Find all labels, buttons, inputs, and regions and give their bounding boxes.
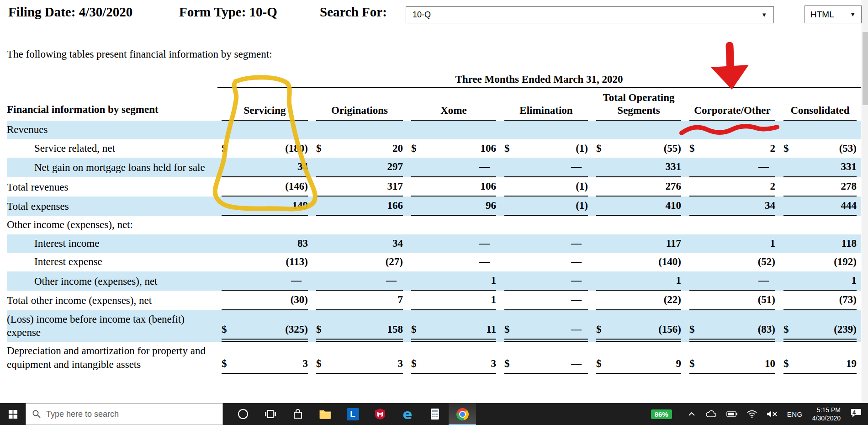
tray-volume[interactable] xyxy=(767,410,778,418)
value-cell xyxy=(312,121,407,139)
table-row: Total expenses14916696(1)41034444 xyxy=(7,197,861,216)
dollar-sign: $ xyxy=(689,323,695,336)
dollar-sign: $ xyxy=(689,357,695,370)
cell-value: (1) xyxy=(576,142,588,155)
column-header-originations: Originations xyxy=(312,88,407,121)
taskbar-app-calculator[interactable] xyxy=(421,403,449,425)
value-cell: $19 xyxy=(779,342,861,374)
cell-value: (52) xyxy=(758,255,775,268)
dollar-sign: $ xyxy=(411,323,417,336)
vertical-scrollbar[interactable] xyxy=(862,0,868,403)
cell-value: 149 xyxy=(292,199,308,212)
row-label: Interest expense xyxy=(7,253,217,271)
cell-value: (27) xyxy=(386,255,403,268)
dollar-sign: $ xyxy=(316,357,322,370)
dollar-sign: $ xyxy=(316,323,322,336)
cell-value: (51) xyxy=(758,293,775,306)
taskbar-app-task-view[interactable] xyxy=(257,403,284,425)
value-cell: (27) xyxy=(312,253,407,271)
cell-value: 1 xyxy=(491,274,497,287)
value-cell: $3 xyxy=(217,342,312,374)
taskbar-search-placeholder: Type here to search xyxy=(46,409,119,419)
value-cell: $11 xyxy=(407,310,500,342)
value-cell: 1 xyxy=(779,271,861,291)
dollar-sign: $ xyxy=(596,323,602,336)
row-label: Total revenues xyxy=(7,177,217,197)
cell-value: (180) xyxy=(285,142,308,155)
search-for-dropdown[interactable]: 10-Q ▼ xyxy=(406,6,774,23)
value-cell: $(180) xyxy=(217,139,312,158)
taskbar-app-file-explorer[interactable] xyxy=(312,403,339,425)
value-cell: — xyxy=(500,291,592,310)
value-cell xyxy=(407,121,500,139)
row-label: Other income (expenses), net: xyxy=(7,216,217,234)
edge-icon: e xyxy=(402,407,412,421)
cell-value: 34 xyxy=(765,199,775,212)
calculator-icon xyxy=(430,408,440,420)
cell-value: 3 xyxy=(491,357,497,370)
value-cell: $3 xyxy=(407,342,500,374)
value-cell: — xyxy=(500,271,592,291)
taskbar-search-box[interactable]: Type here to search xyxy=(26,403,223,425)
value-cell: $(156) xyxy=(592,310,685,342)
value-cell: — xyxy=(407,158,500,177)
cell-value: (22) xyxy=(664,293,681,306)
value-cell xyxy=(592,216,685,234)
dollar-sign: $ xyxy=(504,323,510,336)
filing-date-label: Filing Date: xyxy=(8,5,75,19)
tray-onedrive[interactable] xyxy=(705,410,717,418)
battery-percent-badge[interactable]: 86% xyxy=(651,409,672,419)
tray-chevron-up[interactable] xyxy=(688,412,695,416)
taskbar-app-linkedin[interactable]: L xyxy=(339,403,366,425)
start-button[interactable] xyxy=(0,403,26,425)
cell-value: (113) xyxy=(286,255,308,268)
value-cell: 317 xyxy=(312,177,407,197)
cell-value: 96 xyxy=(486,199,496,212)
format-dropdown[interactable]: HTML ▼ xyxy=(804,5,862,23)
search-dropdown-value: 10-Q xyxy=(413,10,431,20)
form-type-value: 10-Q xyxy=(249,5,277,19)
value-cell: $106 xyxy=(407,139,500,158)
spacer-cell xyxy=(7,72,217,88)
segment-financials-table: Three Months Ended March 31, 2020Financi… xyxy=(7,72,861,374)
tray-battery[interactable] xyxy=(726,411,737,417)
taskbar-app-cortana[interactable] xyxy=(229,403,257,425)
taskbar-app-edge[interactable]: e xyxy=(394,403,421,425)
table-row: Net gain on mortgage loans held for sale… xyxy=(7,158,861,177)
cell-value: 278 xyxy=(841,180,857,193)
value-cell: 166 xyxy=(312,197,407,216)
cell-value: (325) xyxy=(285,323,308,336)
cell-value: 9 xyxy=(676,357,682,370)
cell-value: 2 xyxy=(770,180,776,193)
row-label: Service related, net xyxy=(7,139,217,158)
filing-date: Filing Date: 4/30/2020 xyxy=(8,5,132,20)
value-cell: 1 xyxy=(592,271,685,291)
taskbar-app-store[interactable] xyxy=(284,403,312,425)
value-cell xyxy=(779,216,861,234)
chrome-icon xyxy=(456,408,469,420)
value-cell xyxy=(779,121,861,139)
language-indicator[interactable]: ENG xyxy=(787,410,803,418)
taskbar-app-chrome[interactable] xyxy=(449,403,476,425)
cell-value: (140) xyxy=(658,255,681,268)
search-for-label: Search For: xyxy=(320,5,387,20)
row-label: (Loss) income before income tax (benefit… xyxy=(7,310,217,342)
section-row: Other income (expenses), net: xyxy=(7,216,861,234)
cell-value: 166 xyxy=(387,199,403,212)
cell-value: 117 xyxy=(666,237,681,250)
action-center-button[interactable]: 4 xyxy=(850,408,863,420)
taskbar-clock[interactable]: 5:15 PM 4/30/2020 xyxy=(812,406,841,422)
taskbar-app-mcafee[interactable] xyxy=(366,403,394,425)
value-cell: (73) xyxy=(779,291,861,310)
cell-value: — xyxy=(571,255,582,268)
column-header-consolidated: Consolidated xyxy=(779,88,861,121)
cell-value: 276 xyxy=(666,180,682,193)
value-cell: 276 xyxy=(592,177,685,197)
scrollbar-thumb[interactable] xyxy=(863,32,868,105)
cell-value: 158 xyxy=(387,323,403,336)
row-label: Revenues xyxy=(7,121,217,139)
cell-value: — xyxy=(758,160,769,173)
cell-value: (1) xyxy=(576,180,588,193)
tray-network[interactable] xyxy=(747,410,757,418)
taskbar: Type here to search L e 86% xyxy=(0,403,868,425)
